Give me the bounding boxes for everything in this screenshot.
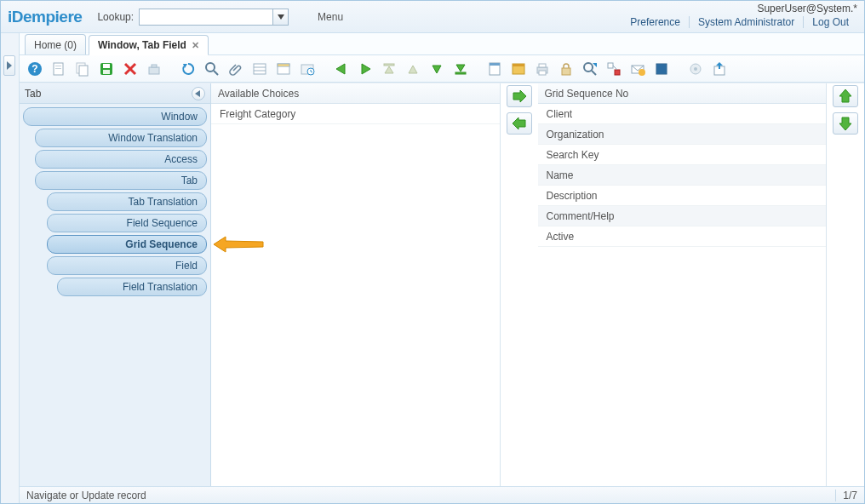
nav-item-field-translation[interactable]: Field Translation — [57, 278, 207, 296]
move-buttons — [501, 83, 538, 486]
move-down-button[interactable] — [833, 112, 858, 135]
delete-icon[interactable] — [120, 59, 140, 79]
list-item[interactable]: Active — [538, 226, 827, 247]
app-logo: iDempiere — [8, 8, 82, 26]
list-item[interactable]: Comment/Help — [538, 206, 827, 226]
svg-marker-30 — [385, 66, 393, 73]
archive-icon[interactable] — [508, 59, 529, 79]
report-icon[interactable] — [484, 59, 505, 79]
list-item[interactable]: Organization — [538, 124, 827, 145]
move-right-button[interactable] — [507, 85, 532, 107]
svg-marker-33 — [432, 66, 441, 73]
lock-icon[interactable] — [556, 59, 576, 79]
svg-rect-53 — [657, 65, 666, 73]
status-bar: Navigate or Update record 1/7 — [20, 486, 864, 503]
refresh-icon[interactable] — [178, 59, 198, 79]
svg-rect-8 — [79, 66, 88, 76]
content: Home (0) Window, Tab Field ✕ ? — [20, 33, 864, 503]
list-item[interactable]: Freight Category — [211, 104, 500, 124]
tab-home-label: Home (0) — [34, 39, 77, 51]
nav-item-window[interactable]: Window — [23, 107, 207, 126]
svg-rect-19 — [254, 64, 266, 74]
svg-rect-42 — [539, 71, 546, 75]
print-icon[interactable] — [532, 59, 553, 79]
lookup-group: Lookup: — [97, 9, 289, 26]
sequence-list[interactable]: ClientOrganizationSearch KeyNameDescript… — [538, 104, 827, 486]
svg-rect-41 — [539, 64, 546, 67]
zoom-across-icon[interactable] — [580, 59, 600, 79]
menu-link[interactable]: Menu — [318, 11, 343, 23]
first-record-icon[interactable] — [379, 59, 399, 79]
header-links: Preference System Administrator Log Out — [622, 16, 857, 28]
svg-rect-5 — [55, 66, 61, 66]
svg-line-49 — [613, 66, 617, 70]
list-item[interactable]: Search Key — [538, 145, 827, 165]
grid-toggle-icon[interactable] — [249, 59, 270, 79]
lookup-combo[interactable] — [139, 9, 289, 26]
lookup-label: Lookup: — [97, 11, 134, 23]
tab-window-tab-field[interactable]: Window, Tab Field ✕ — [89, 35, 209, 55]
svg-rect-10 — [103, 64, 110, 68]
svg-marker-34 — [456, 65, 465, 72]
svg-marker-62 — [839, 117, 851, 130]
nav-item-tab-translation[interactable]: Tab Translation — [47, 192, 207, 211]
available-choices-header: Available Choices — [211, 83, 500, 104]
svg-rect-23 — [278, 64, 289, 66]
svg-rect-11 — [103, 70, 110, 74]
tab-home[interactable]: Home (0) — [25, 34, 86, 54]
active-workflow-icon[interactable] — [604, 59, 624, 79]
request-icon[interactable] — [627, 59, 648, 79]
nav-item-access[interactable]: Access — [35, 150, 207, 169]
history-icon[interactable] — [297, 59, 318, 79]
role-link[interactable]: System Administrator — [689, 16, 803, 28]
available-choices-list[interactable]: Freight Category — [211, 104, 500, 486]
detail-record-icon[interactable] — [355, 59, 375, 79]
svg-rect-37 — [490, 63, 500, 66]
process-icon[interactable] — [685, 59, 706, 79]
previous-record-icon[interactable] — [403, 59, 423, 79]
preference-link[interactable]: Preference — [622, 16, 689, 28]
body: Home (0) Window, Tab Field ✕ ? — [1, 33, 864, 503]
collapse-icon[interactable] — [192, 87, 205, 100]
nav-item-tab[interactable]: Tab — [35, 171, 207, 190]
save-icon[interactable] — [96, 59, 117, 79]
product-info-icon[interactable] — [651, 59, 672, 79]
svg-text:?: ? — [32, 63, 37, 75]
copy-record-icon[interactable] — [72, 59, 93, 79]
next-record-icon[interactable] — [427, 59, 447, 79]
svg-marker-1 — [7, 61, 12, 70]
parent-record-icon[interactable] — [331, 59, 352, 79]
find-icon[interactable] — [202, 59, 222, 79]
undo-icon[interactable] — [144, 59, 164, 79]
svg-rect-47 — [608, 63, 613, 68]
logout-link[interactable]: Log Out — [803, 16, 857, 28]
svg-marker-29 — [362, 64, 370, 74]
svg-rect-39 — [513, 64, 524, 66]
svg-rect-6 — [55, 68, 61, 69]
nav-item-window-translation[interactable]: Window Translation — [35, 129, 207, 147]
workarea: Tab WindowWindow TranslationAccessTabTab… — [20, 83, 864, 486]
tab-nav-panel: Tab WindowWindow TranslationAccessTabTab… — [20, 83, 211, 486]
last-record-icon[interactable] — [450, 59, 471, 79]
close-icon[interactable]: ✕ — [192, 40, 199, 51]
lookup-input[interactable] — [139, 9, 273, 26]
user-info: SuperUser@System.* — [622, 3, 857, 14]
new-record-icon[interactable] — [49, 59, 69, 79]
move-up-button[interactable] — [833, 85, 858, 107]
nav-item-field-sequence[interactable]: Field Sequence — [47, 214, 207, 232]
nav-item-field[interactable]: Field — [47, 256, 207, 275]
list-item[interactable]: Client — [538, 104, 827, 124]
svg-rect-48 — [615, 70, 620, 75]
sidepanel-toggle[interactable] — [3, 55, 15, 76]
multi-record-icon[interactable] — [273, 59, 294, 79]
export-icon[interactable] — [709, 59, 730, 79]
nav-item-grid-sequence[interactable]: Grid Sequence — [47, 235, 207, 254]
sequence-header: Grid Sequence No — [538, 83, 827, 104]
attachment-icon[interactable] — [226, 59, 246, 79]
help-icon[interactable]: ? — [25, 59, 45, 79]
svg-point-44 — [584, 63, 593, 72]
move-left-button[interactable] — [507, 112, 532, 135]
list-item[interactable]: Description — [538, 186, 827, 206]
dropdown-arrow-icon[interactable] — [273, 9, 289, 26]
list-item[interactable]: Name — [538, 165, 827, 186]
